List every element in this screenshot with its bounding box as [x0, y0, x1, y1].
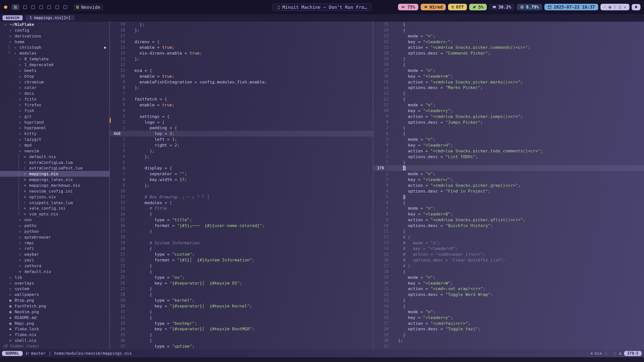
- code-line[interactable]: 8 key.width = 17;: [110, 177, 373, 183]
- code-line[interactable]: 22 format = "{#1}│ {#}System Information…: [110, 257, 373, 263]
- code-line[interactable]: 17: [110, 33, 373, 39]
- code-line[interactable]: 28 {: [110, 292, 373, 297]
- tray-bluetooth-icon[interactable]: ᛒ: [614, 5, 616, 9]
- tree-item-yazi[interactable]: ◼yazi: [0, 257, 109, 263]
- tree-item-extraconfigluapost-lua[interactable]: │ ☾extraConfigLuaPost.lua: [0, 165, 109, 171]
- code-line[interactable]: 22 options.desc = "Toggle Word Wrap";: [373, 292, 644, 297]
- tray-check-icon[interactable]: ✓: [604, 5, 606, 9]
- code-line[interactable]: 25 type = "os";: [110, 275, 373, 280]
- tab-mappings-nix[interactable]: 1 mappings.nix[2+]: [26, 15, 75, 21]
- code-line[interactable]: 5 mode = "n";: [373, 137, 644, 142]
- code-line[interactable]: 10 key = "<leader>j";: [373, 108, 644, 114]
- code-line[interactable]: 26 key = "<leader>y";: [373, 315, 644, 321]
- tree-item-default-nix[interactable]: ✻default.nix: [0, 269, 109, 275]
- workspace-empty[interactable]: [55, 5, 59, 9]
- code-line[interactable]: 11 # Box Drawing: ╭ ─ ╮ ╰ ╯ │: [110, 194, 373, 200]
- code-line[interactable]: 37 type = "uptime";: [110, 343, 373, 349]
- code-line[interactable]: 23 }: [110, 263, 373, 269]
- tree-item-neovim[interactable]: ◼neovim: [0, 148, 109, 154]
- code-line[interactable]: 12 modules = [: [110, 200, 373, 206]
- tree-item-git[interactable]: ◼git: [0, 114, 109, 119]
- code-line[interactable]: 5 }: [373, 194, 644, 200]
- music-player-module[interactable]: ♫ Minuit Machine – Don’t Run Fro…: [272, 4, 372, 11]
- code-line[interactable]: 8 options.desc = "Jumps Picker";: [373, 119, 644, 125]
- code-line[interactable]: 9 enableFishIntegration = config.modules…: [110, 79, 373, 85]
- code-line[interactable]: 20 {: [110, 246, 373, 252]
- tree-item-fish[interactable]: ◼fish: [0, 108, 109, 114]
- tree-item-options-nix[interactable]: │ ✻options.nix: [0, 194, 109, 200]
- tree-item-neovide-config-ini[interactable]: │ ≡neovide_config.ini: [0, 188, 109, 194]
- tree-item-waybar[interactable]: ◼waybar: [0, 251, 109, 257]
- eco-module[interactable]: 5%: [469, 4, 487, 10]
- tree-item-paths[interactable]: ◼paths: [0, 223, 109, 229]
- code-line[interactable]: 21 type = "custom";: [110, 251, 373, 257]
- tree-item-kitty[interactable]: ◼kitty: [0, 131, 109, 137]
- tree-item-flake-lock[interactable]: ●flake.lock: [0, 326, 109, 332]
- code-line[interactable]: 4 };: [110, 154, 373, 160]
- tree-item-overlays[interactable]: ◼overlays: [0, 280, 109, 286]
- tree-item-vim-opts-nix[interactable]: └ ✻vim_opts.nix: [0, 211, 109, 217]
- code-line[interactable]: 14 options.desc = "Marks Picker";: [373, 85, 644, 90]
- tree-item-lib[interactable]: ◼lib: [0, 275, 109, 280]
- code-line[interactable]: 10: [110, 188, 373, 194]
- tree-item-1-deprecated[interactable]: ◼1_deprecated: [0, 62, 109, 68]
- tree-item-firefox[interactable]: ◼firefox: [0, 102, 109, 108]
- tree-item-lazygit[interactable]: ◼lazygit: [0, 137, 109, 142]
- tree-item-flake-nix[interactable]: ✻flake.nix: [0, 332, 109, 338]
- tray-health-icon[interactable]: ✚: [624, 5, 626, 9]
- tree-item-modules[interactable]: └ ◼modules: [0, 50, 109, 56]
- code-line[interactable]: 1 padding = {: [110, 125, 373, 131]
- code-line[interactable]: 5 enable = true;: [110, 102, 373, 108]
- code-line[interactable]: 29 }: [373, 332, 644, 338]
- code-line[interactable]: 15 type = "title";: [110, 217, 373, 223]
- code-line[interactable]: 13 };: [110, 56, 373, 62]
- clock-module[interactable]: 2025-07-22 16:37: [544, 4, 598, 10]
- code-line[interactable]: 17 # }: [373, 263, 644, 269]
- tree-item-neovim-png[interactable]: ▦NeoVim.png: [0, 309, 109, 315]
- volume-module[interactable]: 75%: [398, 4, 418, 10]
- code-line[interactable]: 17 mode = "n";: [373, 68, 644, 73]
- code-line[interactable]: 1 }: [373, 160, 644, 165]
- code-line[interactable]: 11 eza = {: [110, 68, 373, 73]
- code-line[interactable]: 14 # key = "<leader>Q";: [373, 246, 644, 252]
- code-line[interactable]: 379 {: [373, 165, 644, 171]
- code-line[interactable]: 27 action = "<cmd>Yazi<cr>";: [373, 321, 644, 326]
- tree-item-rmpc-png[interactable]: ▦Rmpc.png: [0, 321, 109, 326]
- code-line[interactable]: 14 {: [110, 211, 373, 217]
- cpu-module[interactable]: 8.79%: [517, 4, 542, 10]
- code-line[interactable]: 13 # Title: [110, 206, 373, 211]
- code-line[interactable]: 15 action = "<cmd>lua Snacks.picker.mark…: [373, 79, 644, 85]
- code-line[interactable]: 7: [110, 90, 373, 96]
- code-line[interactable]: 18 };: [110, 27, 373, 33]
- code-line[interactable]: 6 {: [373, 200, 644, 206]
- code-line[interactable]: 24 {: [373, 303, 644, 309]
- code-line[interactable]: 19 };: [110, 22, 373, 27]
- tree-item-nixflake[interactable]: ◼~/NixFlake: [0, 22, 109, 27]
- code-line[interactable]: 15 # action = "<cmd>cexpr []<cr>";: [373, 251, 644, 257]
- tree-item-color[interactable]: ◼color: [0, 85, 109, 90]
- tree-item-rofi[interactable]: ◼rofi: [0, 246, 109, 252]
- code-line[interactable]: 3 action = "<cmd>lua Snacks.picker.grep(…: [373, 183, 644, 188]
- tree-item-default-nix[interactable]: │ ✻default.nix: [0, 154, 109, 160]
- code-line[interactable]: 11 mode = "n";: [373, 102, 644, 108]
- code-line[interactable]: 30 ];: [373, 338, 644, 343]
- code-line[interactable]: 12: [110, 62, 373, 68]
- code-line[interactable]: 31 }: [110, 309, 373, 315]
- workspace-empty[interactable]: [39, 5, 43, 9]
- power-profile-module[interactable]: ↯ Off: [448, 4, 467, 10]
- code-line[interactable]: 17 }: [110, 229, 373, 234]
- code-line[interactable]: 24 {: [373, 27, 644, 33]
- code-line[interactable]: 19 mode = "n";: [373, 275, 644, 280]
- tree-item-mappings-nix[interactable]: │ ✻mappings.nix: [0, 171, 109, 177]
- code-line[interactable]: 15 enable = true;: [110, 44, 373, 50]
- window-title-module[interactable]: N Neovide: [73, 4, 103, 11]
- code-line[interactable]: 468 top = 3;: [110, 131, 373, 137]
- tree-item-zathura[interactable]: ◼zathura: [0, 263, 109, 269]
- notification-bell[interactable]: [632, 4, 640, 10]
- code-line[interactable]: 25 }: [373, 22, 644, 27]
- tray-layout-icon[interactable]: ▤: [609, 5, 611, 9]
- tree-item-shell-nix[interactable]: ✻shell.nix: [0, 338, 109, 343]
- editor-left-pane[interactable]: 19 };18 };1716 direnv = {15 enable = tru…: [110, 22, 373, 349]
- network-module[interactable]: Wired: [421, 4, 446, 10]
- memory-module[interactable]: 30.2%: [489, 4, 514, 10]
